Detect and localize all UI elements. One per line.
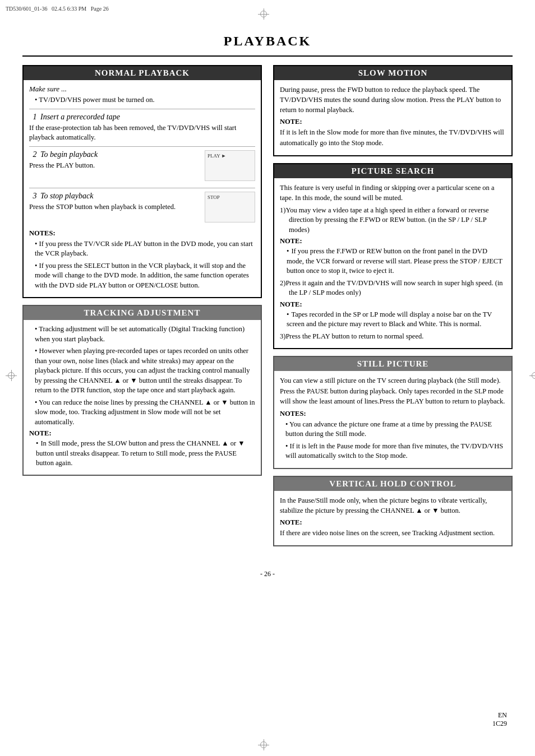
picture-search-item2: 2)Press it again and the TV/DVD/VHS will…	[280, 279, 506, 298]
still-picture-section: STILL PICTURE You can view a still pictu…	[273, 356, 513, 469]
vertical-hold-para1: In the Pause/Still mode only, when the p…	[280, 495, 506, 516]
picture-search-note2-bullet1: Tapes recorded in the SP or LP mode will…	[287, 310, 506, 330]
slow-motion-header: SLOW MOTION	[274, 66, 511, 80]
slow-motion-note-header: NOTE:	[280, 118, 506, 126]
make-sure-label: Make sure ...	[29, 85, 255, 94]
tracking-bullet3: You can reduce the noise lines by pressi…	[35, 398, 255, 428]
note1: If you press the TV/VCR side PLAY button…	[35, 239, 255, 259]
page: TD530/601_01-36 02.4.5 6:33 PM Page 26 P…	[0, 0, 535, 756]
page-footer: - 26 -	[22, 570, 513, 578]
normal-playback-header: NORMAL PLAYBACK	[24, 66, 261, 80]
tracking-bullet2: However when playing pre-recorded tapes …	[35, 346, 255, 396]
picture-search-item3: 3)Press the PLAY button to return to nor…	[280, 332, 506, 342]
tracking-bullet1: Tracking adjustment will be set automati…	[35, 324, 255, 344]
power-bullet: TV/DVD/VHS power must be turned on.	[35, 95, 255, 105]
picture-search-content: This feature is very useful in finding o…	[274, 178, 511, 349]
still-picture-para1: You can view a still picture on the TV s…	[280, 375, 506, 406]
vertical-hold-header: VERTICAL HOLD CONTROL	[274, 477, 511, 491]
notes-header: NOTES:	[29, 229, 255, 238]
picture-search-item1: 1)You may view a video tape at a high sp…	[280, 206, 506, 235]
still-picture-note1: You can advance the picture one frame at…	[285, 420, 506, 439]
corner-mark-tl: TD530/601_01-36 02.4.5 6:33 PM Page 26	[6, 6, 109, 12]
main-content: NORMAL PLAYBACK Make sure ... TV/DVD/VHS…	[22, 65, 513, 553]
still-picture-notes-header: NOTES:	[280, 410, 506, 418]
stop-button-image: STOP	[205, 192, 255, 222]
slow-motion-content: During pause, press the FWD button to re…	[274, 80, 511, 155]
tracking-adjustment-section: TRACKING ADJUSTMENT Tracking adjustment …	[22, 305, 262, 476]
tracking-adjustment-header: TRACKING ADJUSTMENT	[24, 306, 261, 320]
vertical-hold-note-header: NOTE:	[280, 518, 506, 527]
play-button-image: PLAY ►	[205, 150, 255, 181]
vertical-hold-note-text: If there are video noise lines on the sc…	[280, 528, 506, 538]
right-column: SLOW MOTION During pause, press the FWD …	[273, 65, 513, 553]
tracking-note-text: In Still mode, press the SLOW button and…	[36, 439, 255, 469]
step1-number: 1 Insert a prerecorded tape	[29, 113, 255, 122]
vertical-hold-content: In the Pause/Still mode only, when the p…	[274, 491, 511, 545]
normal-playback-content: Make sure ... TV/DVD/VHS power must be t…	[24, 80, 261, 297]
vertical-hold-section: VERTICAL HOLD CONTROL In the Pause/Still…	[273, 476, 513, 546]
still-picture-note2: If it is left in the Pause mode for more…	[285, 442, 506, 461]
slow-motion-section: SLOW MOTION During pause, press the FWD …	[273, 65, 513, 156]
picture-search-note2-header: NOTE:	[280, 300, 506, 309]
tracking-adjustment-content: Tracking adjustment will be set automati…	[24, 320, 261, 475]
still-picture-content: You can view a still picture on the TV s…	[274, 371, 511, 467]
picture-search-note1-header: NOTE:	[280, 237, 506, 245]
left-column: NORMAL PLAYBACK Make sure ... TV/DVD/VHS…	[22, 65, 262, 553]
step1-desc: If the erase-protection tab has been rem…	[29, 123, 255, 143]
note2: If you press the SELECT button in the VC…	[35, 261, 255, 291]
footer-lang-code: EN 1C29	[492, 711, 507, 728]
page-title: PLAYBACK	[22, 34, 513, 49]
slow-motion-para1: During pause, press the FWD button to re…	[280, 85, 506, 115]
picture-search-header: PICTURE SEARCH	[274, 164, 511, 178]
picture-search-section: PICTURE SEARCH This feature is very usef…	[273, 163, 513, 350]
picture-search-note1-bullet1: If you press the F.FWD or REW button on …	[287, 247, 506, 276]
slow-motion-note-text: If it is left in the Slow mode for more …	[280, 127, 506, 147]
normal-playback-section: NORMAL PLAYBACK Make sure ... TV/DVD/VHS…	[22, 65, 262, 298]
tracking-note-header: NOTE:	[29, 429, 255, 438]
picture-search-intro: This feature is very useful in finding o…	[280, 183, 506, 203]
still-picture-header: STILL PICTURE	[274, 357, 511, 371]
